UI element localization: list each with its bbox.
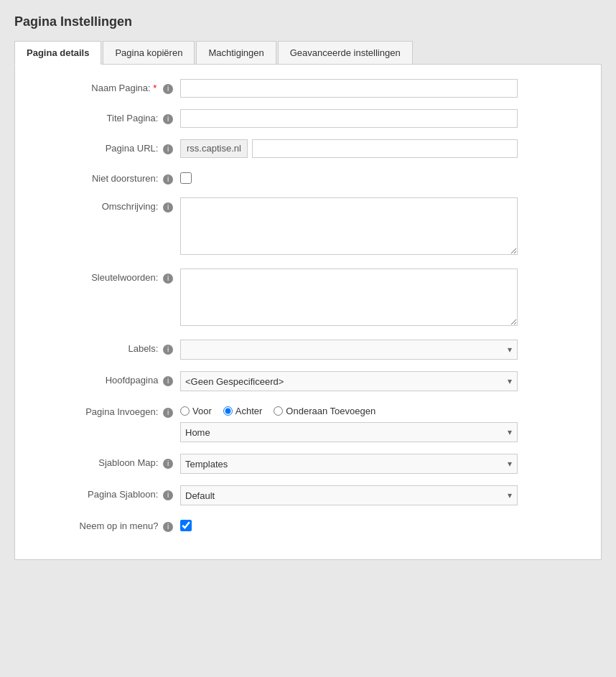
sleutelwoorden-textarea[interactable] xyxy=(180,269,518,326)
labels-select-wrapper xyxy=(180,340,518,360)
pagina-sjabloon-select[interactable]: Default xyxy=(180,485,518,505)
niet-doorsturen-row: Niet doorsturen: i xyxy=(22,169,594,186)
hoofdpagina-row: Hoofdpagina i <Geen Gespecificeerd> xyxy=(22,371,594,391)
pagina-sjabloon-info-icon[interactable]: i xyxy=(163,490,173,500)
pagina-url-label: Pagina URL: i xyxy=(22,139,180,154)
tabs-bar: Pagina details Pagina kopiëren Machtigin… xyxy=(14,41,602,65)
radio-onderaan-label[interactable]: Onderaan Toevoegen xyxy=(274,406,375,416)
pagina-invoegen-position-select[interactable]: Home xyxy=(180,422,518,442)
pagina-invoegen-control: Voor Achter Onderaan Toevoegen Home xyxy=(180,403,518,442)
sjabloon-map-select[interactable]: Templates xyxy=(180,454,518,474)
tab-pagina-kopieren[interactable]: Pagina kopiëren xyxy=(103,41,195,64)
page-container: Pagina Instellingen Pagina details Pagin… xyxy=(0,0,616,677)
hoofdpagina-control: <Geen Gespecificeerd> xyxy=(180,371,518,391)
labels-row: Labels: i xyxy=(22,340,594,360)
neem-op-in-menu-row: Neem op in menu? i xyxy=(22,517,594,533)
radio-achter[interactable] xyxy=(223,406,233,416)
naam-pagina-input[interactable] xyxy=(180,79,518,98)
omschrijving-info-icon[interactable]: i xyxy=(163,202,173,213)
pagina-sjabloon-label: Pagina Sjabloon: i xyxy=(22,485,180,500)
pagina-invoegen-info-icon[interactable]: i xyxy=(163,408,173,418)
sjabloon-map-row: Sjabloon Map: i Templates xyxy=(22,454,594,474)
pagina-invoegen-row: Pagina Invoegen: i Voor Achter Onderaan xyxy=(22,403,594,442)
hoofdpagina-info-icon[interactable]: i xyxy=(163,376,173,386)
radio-achter-label[interactable]: Achter xyxy=(223,406,263,416)
omschrijving-label: Omschrijving: i xyxy=(22,197,180,213)
niet-doorsturen-checkbox[interactable] xyxy=(180,172,192,184)
neem-op-in-menu-checkbox[interactable] xyxy=(180,520,192,531)
neem-op-in-menu-label: Neem op in menu? i xyxy=(22,517,180,532)
sleutelwoorden-control xyxy=(180,269,518,328)
titel-pagina-control xyxy=(180,109,518,128)
neem-op-in-menu-info-icon[interactable]: i xyxy=(163,522,173,532)
sleutelwoorden-label: Sleutelwoorden: i xyxy=(22,269,180,284)
naam-pagina-label: Naam Pagina: * i xyxy=(22,79,180,94)
radio-voor[interactable] xyxy=(180,406,190,416)
radio-voor-label[interactable]: Voor xyxy=(180,406,212,416)
naam-pagina-row: Naam Pagina: * i xyxy=(22,79,594,98)
pagina-url-info-icon[interactable]: i xyxy=(163,144,173,154)
required-star: * xyxy=(153,83,157,93)
niet-doorsturen-control xyxy=(180,169,518,186)
tab-machtigingen[interactable]: Machtigingen xyxy=(196,41,276,64)
titel-pagina-label: Titel Pagina: i xyxy=(22,109,180,124)
labels-control xyxy=(180,340,518,360)
titel-pagina-info-icon[interactable]: i xyxy=(163,114,173,124)
sjabloon-map-info-icon[interactable]: i xyxy=(163,459,173,469)
niet-doorsturen-label: Niet doorsturen: i xyxy=(22,169,180,185)
labels-select[interactable] xyxy=(180,340,518,360)
hoofdpagina-select[interactable]: <Geen Gespecificeerd> xyxy=(180,371,518,391)
tab-pagina-details[interactable]: Pagina details xyxy=(14,41,101,65)
url-row: rss.captise.nl xyxy=(180,139,518,158)
labels-info-icon[interactable]: i xyxy=(163,345,173,355)
pagina-url-control: rss.captise.nl xyxy=(180,139,518,158)
pagina-invoegen-position-wrapper: Home xyxy=(180,422,518,442)
titel-pagina-row: Titel Pagina: i xyxy=(22,109,594,128)
sjabloon-map-select-wrapper: Templates xyxy=(180,454,518,474)
sleutelwoorden-info-icon[interactable]: i xyxy=(163,274,173,284)
niet-doorsturen-info-icon[interactable]: i xyxy=(163,174,173,185)
pagina-invoegen-label: Pagina Invoegen: i xyxy=(22,403,180,418)
pagina-url-input[interactable] xyxy=(252,139,518,158)
pagina-invoegen-radio-group: Voor Achter Onderaan Toevoegen xyxy=(180,403,518,416)
sleutelwoorden-row: Sleutelwoorden: i xyxy=(22,269,594,328)
hoofdpagina-label: Hoofdpagina i xyxy=(22,371,180,386)
form-content: Naam Pagina: * i Titel Pagina: i Pagina … xyxy=(14,65,602,560)
labels-label: Labels: i xyxy=(22,340,180,355)
omschrijving-control xyxy=(180,197,518,257)
omschrijving-row: Omschrijving: i xyxy=(22,197,594,257)
sjabloon-map-label: Sjabloon Map: i xyxy=(22,454,180,469)
tab-geavanceerde-instellingen[interactable]: Geavanceerde instellingen xyxy=(278,41,413,64)
pagina-sjabloon-control: Default xyxy=(180,485,518,505)
neem-op-in-menu-control xyxy=(180,517,518,533)
radio-onderaan[interactable] xyxy=(274,406,283,416)
naam-pagina-info-icon[interactable]: i xyxy=(163,84,173,94)
pagina-sjabloon-select-wrapper: Default xyxy=(180,485,518,505)
omschrijving-textarea[interactable] xyxy=(180,197,518,255)
url-prefix: rss.captise.nl xyxy=(180,139,248,158)
pagina-url-row: Pagina URL: i rss.captise.nl xyxy=(22,139,594,158)
sjabloon-map-control: Templates xyxy=(180,454,518,474)
page-title: Pagina Instellingen xyxy=(14,14,602,29)
titel-pagina-input[interactable] xyxy=(180,109,518,128)
pagina-sjabloon-row: Pagina Sjabloon: i Default xyxy=(22,485,594,505)
naam-pagina-control xyxy=(180,79,518,98)
hoofdpagina-select-wrapper: <Geen Gespecificeerd> xyxy=(180,371,518,391)
